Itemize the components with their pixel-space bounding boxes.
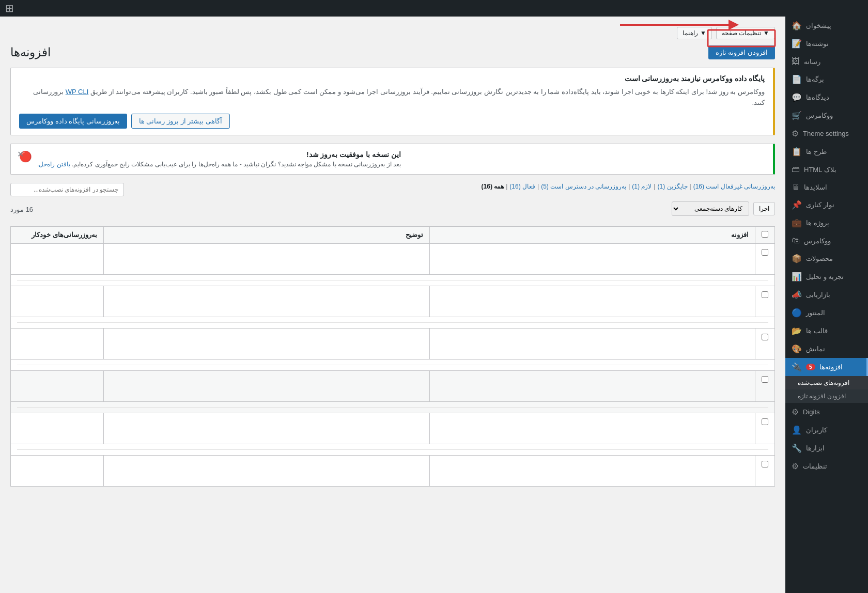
db-notice-actions: آگاهی بیشتر از بروز رسانی ها به‌روزرسانی… bbox=[19, 114, 765, 129]
sidebar-item-templates2[interactable]: قالب ها 📂 bbox=[785, 322, 868, 340]
projects-icon: 💼 bbox=[792, 218, 802, 228]
row-checkbox[interactable] bbox=[762, 461, 768, 467]
sidebar-item-woocommerce[interactable]: ووکامرس 🛒 bbox=[785, 106, 868, 124]
wp-logo-icon: ⊞ bbox=[5, 2, 14, 14]
sidebar-item-label: بلاک HTML bbox=[804, 166, 836, 174]
sidebar-item-label: ووکامرس bbox=[806, 112, 833, 119]
toolbar-icon: 📌 bbox=[792, 200, 802, 210]
th-description: توضیح bbox=[104, 226, 430, 243]
horizontal-rule-row bbox=[11, 444, 775, 455]
table-row bbox=[11, 413, 775, 444]
sidebar-item-products[interactable]: محصولات 📦 bbox=[785, 249, 868, 268]
sidebar-item-label: ووکامرس bbox=[804, 237, 831, 245]
db-update-notice: پایگاه داده ووکامرس نیازمند به‌روزرسانی … bbox=[10, 68, 775, 135]
update-db-button[interactable]: به‌روزرسانی پایگاه داده ووکامرس bbox=[19, 114, 127, 129]
page-settings-button[interactable]: ▼ تنظیمات صفحه bbox=[716, 27, 775, 39]
plugins-submenu: افزونه‌های نصب‌شده افزودن افزونه تازه bbox=[785, 376, 868, 403]
sidebar-item-projects[interactable]: پروژه ها 💼 bbox=[785, 214, 868, 232]
row-checkbox[interactable] bbox=[762, 291, 768, 298]
more-info-button[interactable]: آگاهی بیشتر از بروز رسانی ها bbox=[131, 114, 230, 129]
submenu-add-plugin[interactable]: افزودن افزونه تازه bbox=[785, 389, 868, 403]
row-checkbox-cell bbox=[755, 455, 775, 486]
sidebar-item-label: برگه‌ها bbox=[806, 75, 824, 83]
sidebar-item-users[interactable]: کاربران 👤 bbox=[785, 421, 868, 439]
posts-icon: 📝 bbox=[792, 39, 802, 49]
horizontal-rule-row bbox=[11, 274, 775, 286]
row-checkbox[interactable] bbox=[762, 334, 768, 340]
sidebar-item-dashboard[interactable]: پیشخوان 🏠 bbox=[785, 17, 868, 35]
row-auto-cell bbox=[11, 370, 104, 401]
row-desc-cell bbox=[104, 243, 430, 274]
row-checkbox[interactable] bbox=[762, 249, 768, 256]
filter-replacement[interactable]: جایگزین (1) bbox=[657, 183, 687, 190]
sidebar-item-media[interactable]: رسانه 🖼 bbox=[785, 53, 868, 70]
wp-cli-link[interactable]: WP CLI bbox=[66, 88, 89, 96]
theme-settings-icon: ⚙ bbox=[792, 129, 799, 138]
table-row bbox=[11, 455, 775, 486]
submenu-installed-plugins[interactable]: افزونه‌های نصب‌شده bbox=[785, 376, 868, 389]
sidebar-item-appearance[interactable]: نمایش 🎨 bbox=[785, 340, 868, 358]
sidebar-item-label: رسانه bbox=[804, 58, 820, 66]
comments-icon: 💬 bbox=[792, 92, 802, 102]
sidebar-item-toolbar[interactable]: نوار کناری 📌 bbox=[785, 196, 868, 214]
sidebar-item-tools[interactable]: ابزارها 🔧 bbox=[785, 439, 868, 457]
sidebar-item-woocommerce2[interactable]: ووکامرس 🛍 bbox=[785, 232, 868, 249]
row-auto-cell bbox=[11, 286, 104, 317]
select-all-checkbox[interactable] bbox=[762, 231, 768, 238]
sidebar-item-settings[interactable]: تنظیمات ⚙ bbox=[785, 457, 868, 475]
close-notice-button[interactable]: ✕ bbox=[17, 149, 24, 159]
chevron-down-icon: ▼ bbox=[700, 29, 706, 37]
sidebar-item-elementor[interactable]: المنتور 🔵 bbox=[785, 304, 868, 322]
apply-bulk-button[interactable]: اجرا bbox=[753, 202, 775, 215]
search-filter-row: به‌روزرسانی غیرفعال است (16) | جایگزین (… bbox=[10, 183, 775, 196]
row-checkbox-cell bbox=[755, 243, 775, 274]
row-checkbox-cell bbox=[755, 413, 775, 444]
sidebar-item-sliders[interactable]: اسلایدها 🖥 bbox=[785, 178, 868, 196]
sidebar-item-label: اسلایدها bbox=[804, 183, 827, 191]
row-checkbox[interactable] bbox=[762, 418, 768, 425]
sidebar-item-templates[interactable]: طرح ها 📋 bbox=[785, 143, 868, 161]
filter-active[interactable]: فعال (16) bbox=[509, 183, 535, 190]
find-solution-link[interactable]: یافتن راه‌حل bbox=[39, 161, 70, 168]
sidebar-item-comments[interactable]: دیدگاه‌ها 💬 bbox=[785, 88, 868, 106]
th-checkbox bbox=[755, 226, 775, 243]
sidebar-item-digits[interactable]: Digits ⚙ bbox=[785, 403, 868, 421]
filter-all[interactable]: همه (16) bbox=[482, 183, 504, 190]
sidebar: پیشخوان 🏠 نوشته‌ها 📝 رسانه 🖼 برگه‌ها 📄 د… bbox=[785, 17, 868, 593]
filter-update-available[interactable]: به‌روزرسانی در دسترس است (5) bbox=[541, 183, 626, 190]
appearance-icon: 🎨 bbox=[792, 344, 802, 354]
bulk-select[interactable]: کارهای دسته‌جمعی فعال‌سازی غیرفعال‌سازی … bbox=[672, 201, 749, 216]
sidebar-item-label: نوشته‌ها bbox=[806, 40, 829, 48]
sidebar-item-marketing[interactable]: بازاریابی 📣 bbox=[785, 286, 868, 304]
row-checkbox[interactable] bbox=[762, 376, 768, 383]
pages-icon: 📄 bbox=[792, 74, 802, 84]
elementor-icon: 🔵 bbox=[792, 308, 802, 318]
filter-inactive[interactable]: به‌روزرسانی غیرفعال است (16) bbox=[693, 183, 775, 190]
row-auto-cell bbox=[11, 243, 104, 274]
row-checkbox-cell bbox=[755, 286, 775, 317]
woocommerce-icon: 🛒 bbox=[792, 111, 802, 120]
add-new-plugin-button[interactable]: افزودن افزونه تازه bbox=[708, 45, 775, 59]
sidebar-item-label: پروژه ها bbox=[806, 219, 829, 227]
sidebar-item-label: طرح ها bbox=[806, 148, 827, 155]
filter-links: به‌روزرسانی غیرفعال است (16) | جایگزین (… bbox=[482, 183, 775, 190]
sidebar-item-posts[interactable]: نوشته‌ها 📝 bbox=[785, 35, 868, 53]
row-plugin-cell bbox=[429, 370, 755, 401]
sidebar-item-analytics[interactable]: تجربه و تحلیل 📊 bbox=[785, 268, 868, 286]
sidebar-item-label: تجربه و تحلیل bbox=[806, 273, 844, 280]
row-checkbox-cell bbox=[755, 328, 775, 359]
sidebar-item-html-blocks[interactable]: بلاک HTML 🗃 bbox=[785, 161, 868, 178]
row-desc-cell bbox=[104, 370, 430, 401]
table-body bbox=[11, 243, 775, 486]
row-auto-cell bbox=[11, 455, 104, 486]
table-header: افزونه توضیح به‌روزرسانی‌های خودکار bbox=[11, 226, 775, 243]
search-input[interactable] bbox=[10, 183, 124, 196]
tools-icon: 🔧 bbox=[792, 443, 802, 453]
filter-required[interactable]: لازم (1) bbox=[632, 183, 652, 190]
sidebar-item-pages[interactable]: برگه‌ها 📄 bbox=[785, 70, 868, 88]
sidebar-item-theme-settings[interactable]: Theme settings ⚙ bbox=[785, 124, 868, 143]
row-desc-cell bbox=[104, 455, 430, 486]
help-button[interactable]: ▼ راهنما bbox=[677, 27, 712, 39]
html-blocks-icon: 🗃 bbox=[792, 165, 800, 174]
sidebar-item-plugins[interactable]: افزونه‌ها 5 🔌 bbox=[785, 358, 868, 376]
